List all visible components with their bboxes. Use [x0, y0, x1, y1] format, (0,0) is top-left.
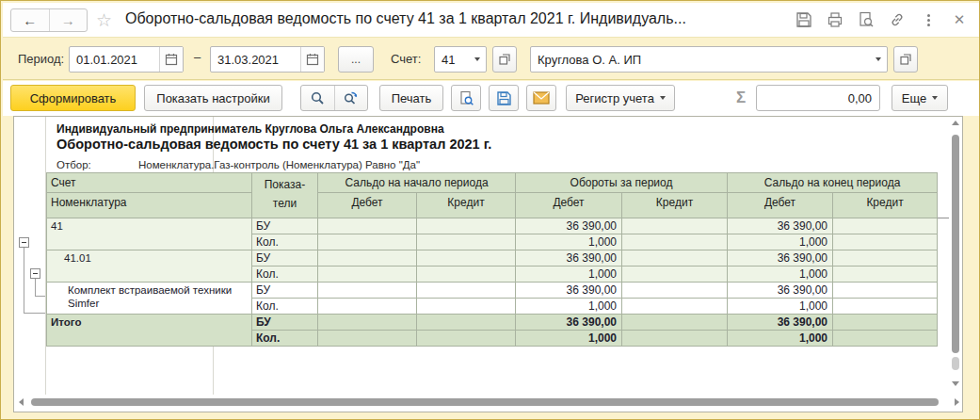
header-closing-balance[interactable]: Сальдо на конец периода [728, 173, 938, 193]
print-report-button[interactable]: Печать [379, 85, 443, 111]
report-title[interactable]: Оборотно-сальдовая ведомость по счету 41… [56, 137, 491, 152]
value-cell[interactable] [318, 234, 417, 250]
value-cell[interactable] [417, 299, 516, 315]
value-cell[interactable]: 36 390,00 [728, 283, 833, 299]
header-debit[interactable]: Дебет [516, 193, 622, 218]
value-cell[interactable] [318, 315, 417, 331]
value-cell[interactable]: 36 390,00 [516, 218, 622, 234]
value-cell[interactable] [622, 315, 728, 331]
value-cell[interactable]: 36 390,00 [516, 315, 622, 331]
scroll-right-icon[interactable] [955, 398, 959, 406]
header-nomenclature[interactable]: Номенклатура [47, 193, 252, 218]
value-cell[interactable] [833, 234, 938, 250]
value-cell[interactable] [833, 299, 938, 315]
organization-choose-button[interactable] [893, 46, 918, 73]
save-report-button[interactable] [489, 85, 519, 111]
account-dropdown-button[interactable] [468, 47, 486, 72]
value-cell[interactable] [318, 218, 417, 234]
scroll-left-icon[interactable] [19, 398, 24, 406]
value-cell[interactable] [417, 331, 516, 347]
value-cell[interactable] [833, 283, 938, 299]
indicator-cell[interactable]: БУ [252, 250, 318, 267]
row-label-cell[interactable]: 41.01 [47, 250, 252, 283]
value-cell[interactable] [833, 250, 938, 267]
value-cell[interactable]: 1,000 [728, 331, 833, 347]
value-cell[interactable]: 1,000 [728, 267, 833, 283]
value-cell[interactable] [417, 283, 516, 299]
value-cell[interactable] [318, 299, 417, 315]
value-cell[interactable]: 1,000 [516, 331, 622, 347]
value-cell[interactable]: 1,000 [728, 234, 833, 250]
search-next-button[interactable] [334, 86, 368, 110]
header-credit[interactable]: Кредит [833, 193, 938, 218]
horizontal-scrollbar[interactable] [16, 396, 962, 409]
tree-collapse-button[interactable] [30, 268, 40, 279]
forward-button[interactable]: → [49, 9, 88, 31]
header-account[interactable]: Счет [47, 173, 252, 193]
period-options-button[interactable]: ... [338, 46, 374, 73]
more-actions-button[interactable]: Еще [892, 85, 948, 111]
value-cell[interactable] [622, 267, 728, 283]
value-cell[interactable] [318, 267, 417, 283]
value-cell[interactable] [417, 218, 516, 234]
more-menu-button[interactable] [920, 11, 937, 28]
value-cell[interactable]: 1,000 [516, 267, 622, 283]
vertical-scrollbar[interactable] [949, 118, 962, 393]
value-cell[interactable] [417, 315, 516, 331]
value-cell[interactable]: 36 390,00 [728, 315, 833, 331]
value-cell[interactable] [318, 283, 417, 299]
header-debit[interactable]: Дебет [728, 193, 833, 218]
favorite-star-icon[interactable]: ☆ [96, 9, 112, 31]
value-cell[interactable]: 1,000 [516, 234, 622, 250]
scroll-down-icon[interactable] [952, 381, 959, 386]
preview-button[interactable] [858, 11, 875, 28]
date-from-field[interactable]: 01.01.2021 [69, 46, 184, 73]
horizontal-scroll-thumb[interactable] [31, 398, 939, 406]
vertical-scroll-thumb[interactable] [952, 135, 959, 353]
account-field[interactable]: 41 [434, 46, 487, 73]
organization-dropdown-button[interactable] [869, 47, 887, 72]
header-indicators[interactable]: Показа- тели [252, 173, 318, 218]
calendar-button[interactable] [300, 47, 324, 72]
value-cell[interactable]: 36 390,00 [516, 283, 622, 299]
indicator-cell[interactable]: БУ [252, 283, 318, 299]
header-credit[interactable]: Кредит [417, 193, 516, 218]
value-cell[interactable] [622, 250, 728, 267]
indicator-cell[interactable]: Кол. [252, 299, 318, 315]
indicator-cell[interactable]: БУ [252, 315, 318, 331]
value-cell[interactable] [833, 267, 938, 283]
indicator-cell[interactable]: БУ [252, 218, 318, 234]
account-choose-button[interactable] [492, 46, 517, 73]
row-label-cell[interactable]: Итого [47, 315, 252, 347]
header-debit[interactable]: Дебет [318, 193, 417, 218]
scroll-up-icon[interactable] [952, 121, 959, 125]
show-settings-button[interactable]: Показать настройки [144, 85, 282, 111]
value-cell[interactable] [417, 267, 516, 283]
back-button[interactable]: ← [11, 9, 49, 31]
tree-collapse-button[interactable] [19, 237, 29, 248]
report-organization[interactable]: Индивидуальный предприниматель Круглова … [56, 122, 444, 136]
value-cell[interactable] [318, 331, 417, 347]
header-credit[interactable]: Кредит [622, 193, 728, 218]
indicator-cell[interactable]: Кол. [252, 267, 318, 283]
value-cell[interactable] [833, 331, 938, 347]
value-cell[interactable] [622, 331, 728, 347]
report-filter-value[interactable]: Номенклатура.Газ-контроль (Номенклатура)… [138, 159, 420, 170]
value-cell[interactable]: 1,000 [516, 299, 622, 315]
print-preview-button[interactable] [451, 85, 481, 111]
organization-field[interactable]: Круглова О. А. ИП [530, 46, 888, 73]
value-cell[interactable] [318, 250, 417, 267]
value-cell[interactable]: 1,000 [728, 299, 833, 315]
value-cell[interactable] [417, 234, 516, 250]
header-turnover[interactable]: Обороты за период [516, 173, 728, 193]
date-to-field[interactable]: 31.03.2021 [210, 46, 325, 73]
value-cell[interactable] [622, 283, 728, 299]
value-cell[interactable] [833, 315, 938, 331]
calendar-button[interactable] [159, 47, 183, 72]
search-button[interactable] [301, 86, 334, 110]
register-button[interactable]: Регистр учета [566, 85, 675, 111]
value-cell[interactable] [622, 234, 728, 250]
row-label-cell[interactable]: Комплект встраиваемой техники Simfer [47, 283, 252, 315]
sum-field[interactable]: 0,00 [756, 85, 880, 111]
indicator-cell[interactable]: Кол. [252, 331, 318, 347]
